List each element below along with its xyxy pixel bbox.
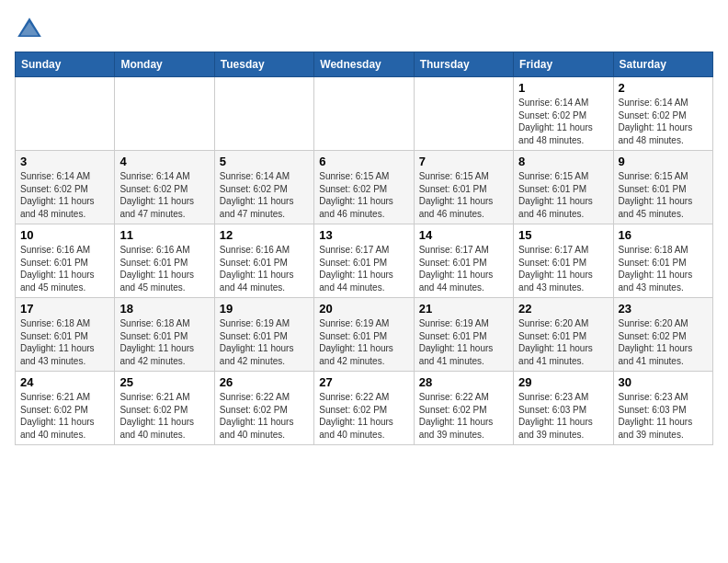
week-row-3: 10Sunrise: 6:16 AMSunset: 6:01 PMDayligh… <box>16 224 713 298</box>
calendar-cell: 24Sunrise: 6:21 AMSunset: 6:02 PMDayligh… <box>16 372 115 445</box>
day-number: 8 <box>518 155 608 168</box>
calendar-cell: 15Sunrise: 6:17 AMSunset: 6:01 PMDayligh… <box>514 224 613 298</box>
day-number: 3 <box>20 155 109 168</box>
calendar-cell: 26Sunrise: 6:22 AMSunset: 6:02 PMDayligh… <box>214 372 313 445</box>
week-row-2: 3Sunrise: 6:14 AMSunset: 6:02 PMDaylight… <box>16 151 713 224</box>
day-number: 6 <box>319 155 408 168</box>
calendar-cell <box>16 77 115 151</box>
day-info: Sunrise: 6:16 AMSunset: 6:01 PMDaylight:… <box>220 244 309 293</box>
day-number: 30 <box>619 375 708 389</box>
day-info: Sunrise: 6:17 AMSunset: 6:01 PMDaylight:… <box>419 244 508 293</box>
day-info: Sunrise: 6:22 AMSunset: 6:02 PMDaylight:… <box>419 391 508 441</box>
day-info: Sunrise: 6:18 AMSunset: 6:01 PMDaylight:… <box>20 317 109 367</box>
calendar-cell: 7Sunrise: 6:15 AMSunset: 6:01 PMDaylight… <box>414 151 513 224</box>
calendar-cell: 1Sunrise: 6:14 AMSunset: 6:02 PMDaylight… <box>514 77 613 151</box>
calendar-cell: 3Sunrise: 6:14 AMSunset: 6:02 PMDaylight… <box>16 151 115 224</box>
day-info: Sunrise: 6:20 AMSunset: 6:01 PMDaylight:… <box>518 317 608 367</box>
calendar-cell <box>414 77 513 151</box>
calendar-cell: 8Sunrise: 6:15 AMSunset: 6:01 PMDaylight… <box>514 151 613 224</box>
calendar-cell: 9Sunrise: 6:15 AMSunset: 6:01 PMDaylight… <box>613 151 712 224</box>
day-number: 12 <box>220 228 309 242</box>
calendar-cell: 4Sunrise: 6:14 AMSunset: 6:02 PMDaylight… <box>115 151 214 224</box>
week-row-5: 24Sunrise: 6:21 AMSunset: 6:02 PMDayligh… <box>16 372 713 445</box>
calendar-cell: 25Sunrise: 6:21 AMSunset: 6:02 PMDayligh… <box>115 372 214 445</box>
day-number: 5 <box>220 155 309 168</box>
calendar-body: 1Sunrise: 6:14 AMSunset: 6:02 PMDaylight… <box>16 77 713 445</box>
calendar-cell: 29Sunrise: 6:23 AMSunset: 6:03 PMDayligh… <box>514 372 613 445</box>
calendar-cell: 21Sunrise: 6:19 AMSunset: 6:01 PMDayligh… <box>414 298 513 372</box>
calendar-header: Sunday Monday Tuesday Wednesday Thursday… <box>16 52 713 77</box>
day-info: Sunrise: 6:18 AMSunset: 6:01 PMDaylight:… <box>119 317 209 367</box>
col-friday: Friday <box>514 52 613 77</box>
calendar-cell: 30Sunrise: 6:23 AMSunset: 6:03 PMDayligh… <box>613 372 712 445</box>
calendar-cell: 11Sunrise: 6:16 AMSunset: 6:01 PMDayligh… <box>115 224 214 298</box>
day-number: 28 <box>419 375 508 389</box>
day-info: Sunrise: 6:15 AMSunset: 6:01 PMDaylight:… <box>518 170 608 220</box>
calendar-cell: 22Sunrise: 6:20 AMSunset: 6:01 PMDayligh… <box>514 298 613 372</box>
day-info: Sunrise: 6:17 AMSunset: 6:01 PMDaylight:… <box>518 244 608 293</box>
day-info: Sunrise: 6:21 AMSunset: 6:02 PMDaylight:… <box>20 391 109 441</box>
day-number: 17 <box>20 302 109 316</box>
calendar-cell <box>115 77 214 151</box>
day-info: Sunrise: 6:17 AMSunset: 6:01 PMDaylight:… <box>319 244 408 293</box>
day-info: Sunrise: 6:23 AMSunset: 6:03 PMDaylight:… <box>619 391 708 441</box>
calendar-cell: 5Sunrise: 6:14 AMSunset: 6:02 PMDaylight… <box>214 151 313 224</box>
day-number: 21 <box>419 302 508 316</box>
day-number: 1 <box>518 81 608 95</box>
calendar-cell: 6Sunrise: 6:15 AMSunset: 6:02 PMDaylight… <box>314 151 414 224</box>
day-info: Sunrise: 6:19 AMSunset: 6:01 PMDaylight:… <box>220 317 309 367</box>
day-number: 25 <box>119 375 209 389</box>
day-number: 11 <box>119 228 209 242</box>
calendar-cell: 12Sunrise: 6:16 AMSunset: 6:01 PMDayligh… <box>214 224 313 298</box>
day-number: 26 <box>220 375 309 389</box>
calendar-cell: 27Sunrise: 6:22 AMSunset: 6:02 PMDayligh… <box>314 372 414 445</box>
day-info: Sunrise: 6:22 AMSunset: 6:02 PMDaylight:… <box>220 391 309 441</box>
col-saturday: Saturday <box>613 52 712 77</box>
day-info: Sunrise: 6:14 AMSunset: 6:02 PMDaylight:… <box>220 170 309 220</box>
day-info: Sunrise: 6:19 AMSunset: 6:01 PMDaylight:… <box>419 317 508 367</box>
calendar-cell: 2Sunrise: 6:14 AMSunset: 6:02 PMDaylight… <box>613 77 712 151</box>
day-info: Sunrise: 6:22 AMSunset: 6:02 PMDaylight:… <box>319 391 408 441</box>
day-number: 18 <box>119 302 209 316</box>
day-number: 22 <box>518 302 608 316</box>
day-number: 23 <box>619 302 708 316</box>
calendar-cell: 16Sunrise: 6:18 AMSunset: 6:01 PMDayligh… <box>613 224 712 298</box>
day-info: Sunrise: 6:21 AMSunset: 6:02 PMDaylight:… <box>119 391 209 441</box>
day-number: 29 <box>518 375 608 389</box>
day-info: Sunrise: 6:15 AMSunset: 6:01 PMDaylight:… <box>419 170 508 220</box>
calendar-cell: 19Sunrise: 6:19 AMSunset: 6:01 PMDayligh… <box>214 298 313 372</box>
day-info: Sunrise: 6:15 AMSunset: 6:02 PMDaylight:… <box>319 170 408 220</box>
calendar-cell: 20Sunrise: 6:19 AMSunset: 6:01 PMDayligh… <box>314 298 414 372</box>
day-info: Sunrise: 6:14 AMSunset: 6:02 PMDaylight:… <box>518 97 608 146</box>
day-number: 20 <box>319 302 408 316</box>
day-number: 4 <box>119 155 209 168</box>
day-info: Sunrise: 6:15 AMSunset: 6:01 PMDaylight:… <box>619 170 708 220</box>
calendar-cell <box>214 77 313 151</box>
day-info: Sunrise: 6:16 AMSunset: 6:01 PMDaylight:… <box>20 244 109 293</box>
day-number: 19 <box>220 302 309 316</box>
calendar-cell: 17Sunrise: 6:18 AMSunset: 6:01 PMDayligh… <box>16 298 115 372</box>
calendar-cell <box>314 77 414 151</box>
day-info: Sunrise: 6:18 AMSunset: 6:01 PMDaylight:… <box>619 244 708 293</box>
page-header <box>15 15 713 44</box>
day-number: 16 <box>619 228 708 242</box>
day-number: 2 <box>619 81 708 95</box>
col-tuesday: Tuesday <box>214 52 313 77</box>
col-wednesday: Wednesday <box>314 52 414 77</box>
logo-icon <box>15 15 44 44</box>
calendar-cell: 28Sunrise: 6:22 AMSunset: 6:02 PMDayligh… <box>414 372 513 445</box>
week-row-1: 1Sunrise: 6:14 AMSunset: 6:02 PMDaylight… <box>16 77 713 151</box>
day-number: 24 <box>20 375 109 389</box>
day-number: 9 <box>619 155 708 168</box>
day-number: 10 <box>20 228 109 242</box>
calendar-cell: 23Sunrise: 6:20 AMSunset: 6:02 PMDayligh… <box>613 298 712 372</box>
day-info: Sunrise: 6:23 AMSunset: 6:03 PMDaylight:… <box>518 391 608 441</box>
day-info: Sunrise: 6:14 AMSunset: 6:02 PMDaylight:… <box>619 97 708 146</box>
day-number: 7 <box>419 155 508 168</box>
day-info: Sunrise: 6:14 AMSunset: 6:02 PMDaylight:… <box>119 170 209 220</box>
day-number: 13 <box>319 228 408 242</box>
col-thursday: Thursday <box>414 52 513 77</box>
day-info: Sunrise: 6:20 AMSunset: 6:02 PMDaylight:… <box>619 317 708 367</box>
week-row-4: 17Sunrise: 6:18 AMSunset: 6:01 PMDayligh… <box>16 298 713 372</box>
logo <box>15 15 48 44</box>
